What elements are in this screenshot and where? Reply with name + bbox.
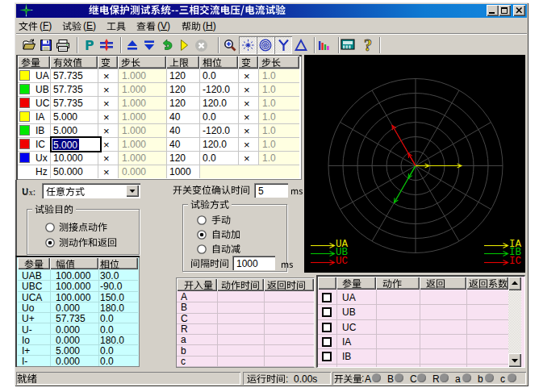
svg-text:?: ? — [364, 39, 372, 52]
